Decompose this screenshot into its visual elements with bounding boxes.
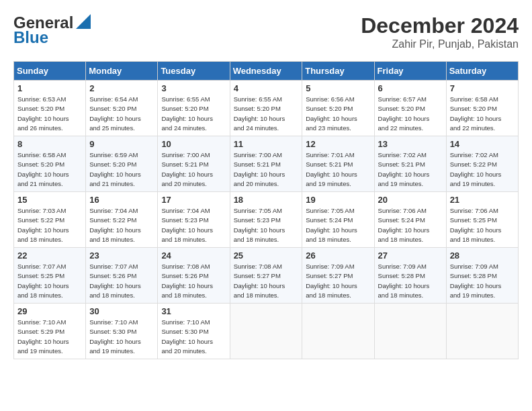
weekday-header-friday: Friday [374,62,446,81]
day-number: 24 [161,250,226,261]
logo-arrow-icon [76,14,91,29]
day-info: Sunrise: 7:08 AMSunset: 5:27 PMDaylight:… [234,262,299,300]
calendar-cell: 13Sunrise: 7:02 AMSunset: 5:21 PMDayligh… [374,136,446,192]
day-info: Sunrise: 7:06 AMSunset: 5:24 PMDaylight:… [378,206,443,244]
day-number: 12 [306,139,370,149]
day-number: 15 [17,195,82,205]
day-info: Sunrise: 7:10 AMSunset: 5:30 PMDaylight:… [89,318,154,356]
calendar-week-row: 22Sunrise: 7:07 AMSunset: 5:25 PMDayligh… [14,248,519,304]
calendar-cell: 3Sunrise: 6:55 AMSunset: 5:20 PMDaylight… [158,81,230,136]
day-number: 3 [161,83,226,93]
calendar-cell [374,304,446,359]
calendar-week-row: 8Sunrise: 6:58 AMSunset: 5:20 PMDaylight… [14,136,519,192]
calendar-cell: 2Sunrise: 6:54 AMSunset: 5:20 PMDaylight… [86,81,158,136]
title-section: December 2024 Zahir Pir, Punjab, Pakista… [361,13,519,50]
day-number: 1 [17,83,82,93]
day-info: Sunrise: 7:01 AMSunset: 5:21 PMDaylight:… [306,150,370,189]
calendar-cell: 21Sunrise: 7:06 AMSunset: 5:25 PMDayligh… [446,192,518,248]
calendar-week-row: 29Sunrise: 7:10 AMSunset: 5:29 PMDayligh… [14,304,519,359]
calendar-cell: 28Sunrise: 7:09 AMSunset: 5:28 PMDayligh… [446,248,518,304]
calendar-week-row: 1Sunrise: 6:53 AMSunset: 5:20 PMDaylight… [14,81,519,136]
weekday-header-sunday: Sunday [14,62,86,81]
day-number: 11 [234,139,299,149]
calendar-cell: 5Sunrise: 6:56 AMSunset: 5:20 PMDaylight… [302,81,374,136]
calendar-cell: 29Sunrise: 7:10 AMSunset: 5:29 PMDayligh… [14,304,86,359]
day-number: 22 [17,250,82,261]
day-info: Sunrise: 7:05 AMSunset: 5:23 PMDaylight:… [234,206,299,244]
day-number: 8 [17,139,82,149]
day-info: Sunrise: 7:04 AMSunset: 5:23 PMDaylight:… [161,206,226,244]
calendar-week-row: 15Sunrise: 7:03 AMSunset: 5:22 PMDayligh… [14,192,519,248]
calendar-cell: 15Sunrise: 7:03 AMSunset: 5:22 PMDayligh… [14,192,86,248]
day-info: Sunrise: 7:07 AMSunset: 5:26 PMDaylight:… [89,262,154,300]
day-number: 27 [378,250,443,261]
day-info: Sunrise: 7:10 AMSunset: 5:29 PMDaylight:… [17,318,82,356]
calendar-cell: 20Sunrise: 7:06 AMSunset: 5:24 PMDayligh… [374,192,446,248]
day-info: Sunrise: 7:00 AMSunset: 5:21 PMDaylight:… [161,150,226,189]
calendar-cell: 24Sunrise: 7:08 AMSunset: 5:26 PMDayligh… [158,248,230,304]
calendar-cell: 30Sunrise: 7:10 AMSunset: 5:30 PMDayligh… [86,304,158,359]
calendar-cell: 26Sunrise: 7:09 AMSunset: 5:27 PMDayligh… [302,248,374,304]
day-info: Sunrise: 7:07 AMSunset: 5:25 PMDaylight:… [17,262,82,300]
logo-blue: Blue [13,28,48,47]
day-number: 31 [161,306,226,316]
day-number: 6 [378,83,443,93]
day-number: 28 [450,250,515,261]
weekday-header-thursday: Thursday [302,62,374,81]
location: Zahir Pir, Punjab, Pakistan [361,38,519,50]
day-number: 26 [306,250,370,261]
day-info: Sunrise: 6:55 AMSunset: 5:20 PMDaylight:… [234,95,299,133]
weekday-header-wednesday: Wednesday [230,62,302,81]
day-number: 19 [306,195,370,205]
day-info: Sunrise: 6:58 AMSunset: 5:20 PMDaylight:… [450,95,515,133]
calendar-cell: 23Sunrise: 7:07 AMSunset: 5:26 PMDayligh… [86,248,158,304]
day-number: 2 [89,83,154,93]
day-number: 10 [161,139,226,149]
calendar-cell: 31Sunrise: 7:10 AMSunset: 5:30 PMDayligh… [158,304,230,359]
day-number: 14 [450,139,515,149]
day-number: 5 [306,83,370,93]
day-number: 21 [450,195,515,205]
day-number: 29 [17,306,82,316]
calendar-cell: 4Sunrise: 6:55 AMSunset: 5:20 PMDaylight… [230,81,302,136]
calendar-cell: 1Sunrise: 6:53 AMSunset: 5:20 PMDaylight… [14,81,86,136]
day-number: 13 [378,139,443,149]
calendar-cell: 8Sunrise: 6:58 AMSunset: 5:20 PMDaylight… [14,136,86,192]
day-number: 23 [89,250,154,261]
day-info: Sunrise: 7:00 AMSunset: 5:21 PMDaylight:… [234,150,299,189]
weekday-header-tuesday: Tuesday [158,62,230,81]
weekday-header-saturday: Saturday [446,62,518,81]
calendar-cell: 19Sunrise: 7:05 AMSunset: 5:24 PMDayligh… [302,192,374,248]
calendar-cell: 7Sunrise: 6:58 AMSunset: 5:20 PMDaylight… [446,81,518,136]
calendar-cell: 14Sunrise: 7:02 AMSunset: 5:22 PMDayligh… [446,136,518,192]
day-number: 17 [161,195,226,205]
day-number: 7 [450,83,515,93]
day-number: 9 [89,139,154,149]
day-number: 20 [378,195,443,205]
calendar-cell: 11Sunrise: 7:00 AMSunset: 5:21 PMDayligh… [230,136,302,192]
day-info: Sunrise: 7:08 AMSunset: 5:26 PMDaylight:… [161,262,226,300]
day-info: Sunrise: 7:05 AMSunset: 5:24 PMDaylight:… [306,206,370,244]
month-year: December 2024 [361,13,519,38]
svg-marker-0 [76,14,91,29]
calendar-cell: 27Sunrise: 7:09 AMSunset: 5:28 PMDayligh… [374,248,446,304]
calendar-cell: 16Sunrise: 7:04 AMSunset: 5:22 PMDayligh… [86,192,158,248]
day-info: Sunrise: 7:04 AMSunset: 5:22 PMDaylight:… [89,206,154,244]
day-number: 16 [89,195,154,205]
day-info: Sunrise: 6:59 AMSunset: 5:20 PMDaylight:… [89,150,154,189]
day-number: 4 [234,83,299,93]
day-info: Sunrise: 6:55 AMSunset: 5:20 PMDaylight:… [161,95,226,133]
calendar-cell: 17Sunrise: 7:04 AMSunset: 5:23 PMDayligh… [158,192,230,248]
day-number: 25 [234,250,299,261]
calendar-cell: 12Sunrise: 7:01 AMSunset: 5:21 PMDayligh… [302,136,374,192]
day-info: Sunrise: 7:02 AMSunset: 5:21 PMDaylight:… [378,150,443,189]
day-info: Sunrise: 6:57 AMSunset: 5:20 PMDaylight:… [378,95,443,133]
day-info: Sunrise: 7:09 AMSunset: 5:28 PMDaylight:… [450,262,515,300]
day-number: 18 [234,195,299,205]
calendar-cell: 25Sunrise: 7:08 AMSunset: 5:27 PMDayligh… [230,248,302,304]
page-header: General Blue December 2024 Zahir Pir, Pu… [13,13,519,50]
calendar-cell: 9Sunrise: 6:59 AMSunset: 5:20 PMDaylight… [86,136,158,192]
weekday-header-monday: Monday [86,62,158,81]
calendar-cell [446,304,518,359]
day-info: Sunrise: 7:06 AMSunset: 5:25 PMDaylight:… [450,206,515,244]
